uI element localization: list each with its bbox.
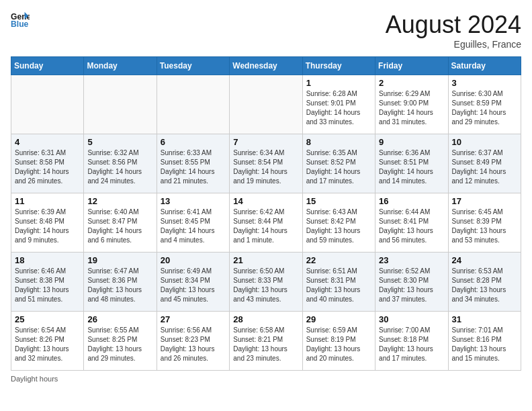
calendar-cell: 10Sunrise: 6:37 AM Sunset: 8:49 PM Dayli… [448,134,521,193]
calendar-cell: 4Sunrise: 6:31 AM Sunset: 8:58 PM Daylig… [11,134,84,193]
calendar-cell: 30Sunrise: 7:00 AM Sunset: 8:18 PM Dayli… [375,312,448,371]
day-number: 11 [15,196,80,206]
day-number: 24 [452,255,517,265]
day-number: 1 [306,78,371,88]
calendar-cell [84,75,157,134]
day-number: 8 [306,137,371,147]
day-content: Sunrise: 6:28 AM Sunset: 9:01 PM Dayligh… [306,89,371,127]
calendar-cell: 18Sunrise: 6:46 AM Sunset: 8:38 PM Dayli… [11,253,84,312]
day-content: Sunrise: 6:42 AM Sunset: 8:44 PM Dayligh… [233,208,298,245]
calendar-cell: 20Sunrise: 6:49 AM Sunset: 8:34 PM Dayli… [157,253,229,312]
day-content: Sunrise: 6:51 AM Sunset: 8:31 PM Dayligh… [306,267,371,304]
svg-text:Blue: Blue [11,19,29,29]
calendar-cell: 28Sunrise: 6:58 AM Sunset: 8:21 PM Dayli… [230,312,302,371]
day-number: 31 [452,314,517,324]
day-content: Sunrise: 6:30 AM Sunset: 8:59 PM Dayligh… [452,89,517,127]
location-label: Eguilles, France [386,39,521,50]
day-header-wednesday: Wednesday [230,57,302,75]
day-content: Sunrise: 6:40 AM Sunset: 8:47 PM Dayligh… [87,208,152,245]
day-number: 15 [306,196,371,206]
calendar-cell: 8Sunrise: 6:35 AM Sunset: 8:52 PM Daylig… [302,134,375,193]
day-number: 10 [452,137,517,147]
day-number: 9 [379,137,444,147]
day-content: Sunrise: 6:43 AM Sunset: 8:42 PM Dayligh… [306,208,371,245]
calendar-cell: 21Sunrise: 6:50 AM Sunset: 8:33 PM Dayli… [230,253,302,312]
day-header-thursday: Thursday [302,57,375,75]
day-number: 26 [87,314,152,324]
calendar-cell: 25Sunrise: 6:54 AM Sunset: 8:26 PM Dayli… [11,312,84,371]
day-header-saturday: Saturday [448,57,521,75]
calendar-cell: 23Sunrise: 6:52 AM Sunset: 8:30 PM Dayli… [375,253,448,312]
day-content: Sunrise: 6:31 AM Sunset: 8:58 PM Dayligh… [15,148,80,186]
day-content: Sunrise: 6:35 AM Sunset: 8:52 PM Dayligh… [306,148,371,186]
page-header: General Blue August 2024 Eguilles, Franc… [11,11,521,50]
day-content: Sunrise: 6:56 AM Sunset: 8:23 PM Dayligh… [161,326,226,363]
day-content: Sunrise: 6:58 AM Sunset: 8:21 PM Dayligh… [233,326,298,363]
day-content: Sunrise: 6:36 AM Sunset: 8:51 PM Dayligh… [379,148,444,186]
day-number: 6 [161,137,226,147]
logo: General Blue [11,11,30,30]
calendar-cell [11,75,84,134]
calendar-cell: 3Sunrise: 6:30 AM Sunset: 8:59 PM Daylig… [448,75,521,134]
day-header-sunday: Sunday [11,57,84,75]
logo-icon: General Blue [11,11,30,30]
day-content: Sunrise: 6:29 AM Sunset: 9:00 PM Dayligh… [379,89,444,127]
calendar-cell: 26Sunrise: 6:55 AM Sunset: 8:25 PM Dayli… [84,312,157,371]
day-number: 5 [87,137,152,147]
day-number: 13 [161,196,226,206]
day-content: Sunrise: 6:44 AM Sunset: 8:41 PM Dayligh… [379,208,444,245]
calendar-cell: 16Sunrise: 6:44 AM Sunset: 8:41 PM Dayli… [375,193,448,253]
calendar-cell: 24Sunrise: 6:53 AM Sunset: 8:28 PM Dayli… [448,253,521,312]
day-content: Sunrise: 6:33 AM Sunset: 8:55 PM Dayligh… [161,148,226,186]
title-section: August 2024 Eguilles, France [386,11,521,50]
day-content: Sunrise: 6:54 AM Sunset: 8:26 PM Dayligh… [15,326,80,363]
day-header-monday: Monday [84,57,157,75]
calendar-cell: 15Sunrise: 6:43 AM Sunset: 8:42 PM Dayli… [302,193,375,253]
day-number: 14 [233,196,298,206]
day-number: 30 [379,314,444,324]
day-content: Sunrise: 6:59 AM Sunset: 8:19 PM Dayligh… [306,326,371,363]
calendar-cell: 31Sunrise: 7:01 AM Sunset: 8:16 PM Dayli… [448,312,521,371]
day-number: 20 [161,255,226,265]
day-content: Sunrise: 6:52 AM Sunset: 8:30 PM Dayligh… [379,267,444,304]
day-header-friday: Friday [375,57,448,75]
day-number: 19 [87,255,152,265]
day-number: 4 [15,137,80,147]
day-number: 22 [306,255,371,265]
day-content: Sunrise: 6:49 AM Sunset: 8:34 PM Dayligh… [161,267,226,304]
day-number: 3 [452,78,517,88]
day-number: 17 [452,196,517,206]
day-content: Sunrise: 6:37 AM Sunset: 8:49 PM Dayligh… [452,148,517,186]
day-content: Sunrise: 6:34 AM Sunset: 8:54 PM Dayligh… [233,148,298,186]
day-number: 23 [379,255,444,265]
calendar-cell: 12Sunrise: 6:40 AM Sunset: 8:47 PM Dayli… [84,193,157,253]
calendar-cell: 6Sunrise: 6:33 AM Sunset: 8:55 PM Daylig… [157,134,229,193]
footer-note: Daylight hours [11,375,521,383]
calendar-cell: 5Sunrise: 6:32 AM Sunset: 8:56 PM Daylig… [84,134,157,193]
calendar-cell: 1Sunrise: 6:28 AM Sunset: 9:01 PM Daylig… [302,75,375,134]
calendar-cell: 9Sunrise: 6:36 AM Sunset: 8:51 PM Daylig… [375,134,448,193]
calendar-cell: 2Sunrise: 6:29 AM Sunset: 9:00 PM Daylig… [375,75,448,134]
day-number: 28 [233,314,298,324]
calendar-cell: 22Sunrise: 6:51 AM Sunset: 8:31 PM Dayli… [302,253,375,312]
day-content: Sunrise: 6:32 AM Sunset: 8:56 PM Dayligh… [87,148,152,186]
day-header-tuesday: Tuesday [157,57,229,75]
calendar-cell: 11Sunrise: 6:39 AM Sunset: 8:48 PM Dayli… [11,193,84,253]
day-number: 27 [161,314,226,324]
day-content: Sunrise: 7:01 AM Sunset: 8:16 PM Dayligh… [452,326,517,363]
day-content: Sunrise: 6:46 AM Sunset: 8:38 PM Dayligh… [15,267,80,304]
day-number: 12 [87,196,152,206]
calendar-table: SundayMondayTuesdayWednesdayThursdayFrid… [11,56,521,371]
day-number: 25 [15,314,80,324]
calendar-cell: 17Sunrise: 6:45 AM Sunset: 8:39 PM Dayli… [448,193,521,253]
day-content: Sunrise: 6:47 AM Sunset: 8:36 PM Dayligh… [87,267,152,304]
calendar-cell: 19Sunrise: 6:47 AM Sunset: 8:36 PM Dayli… [84,253,157,312]
calendar-cell: 13Sunrise: 6:41 AM Sunset: 8:45 PM Dayli… [157,193,229,253]
day-content: Sunrise: 6:50 AM Sunset: 8:33 PM Dayligh… [233,267,298,304]
calendar-cell: 29Sunrise: 6:59 AM Sunset: 8:19 PM Dayli… [302,312,375,371]
day-number: 7 [233,137,298,147]
calendar-cell [230,75,302,134]
day-content: Sunrise: 6:55 AM Sunset: 8:25 PM Dayligh… [87,326,152,363]
day-number: 29 [306,314,371,324]
day-number: 16 [379,196,444,206]
